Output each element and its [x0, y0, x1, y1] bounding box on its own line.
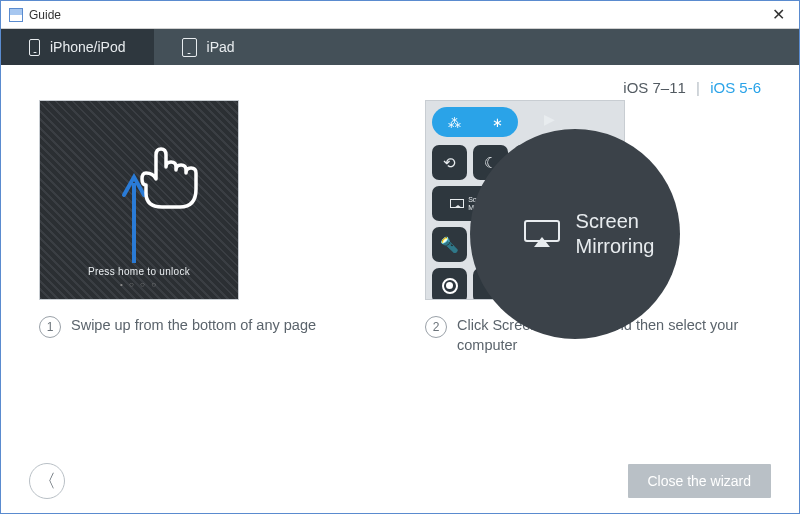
airplay-icon	[450, 199, 464, 208]
device-tabs: iPhone/iPod iPad	[1, 29, 799, 65]
rotation-lock-icon: ⟲	[432, 145, 467, 180]
screen-record-icon	[432, 268, 467, 299]
ios-version-alt[interactable]: iOS 5-6	[710, 79, 761, 96]
step-2: ⁂ ∗ ▶ ⟲ ☾ ScreenMirroring ☀	[425, 100, 761, 355]
app-icon	[9, 8, 23, 22]
footer: 〈 Close the wizard	[1, 463, 799, 499]
flashlight-icon: 🔦	[432, 227, 467, 262]
tab-label: iPhone/iPod	[50, 39, 126, 55]
window-title: Guide	[29, 8, 61, 22]
tab-iphone-ipod[interactable]: iPhone/iPod	[1, 29, 154, 65]
play-icon: ▶	[544, 111, 555, 127]
tab-label: iPad	[207, 39, 235, 55]
bluetooth-icon: ∗	[492, 115, 503, 130]
tablet-icon	[182, 38, 197, 57]
phone-icon	[29, 39, 40, 56]
steps-row: Press home to unlock • ○ ○ ○ 1 Swipe up …	[39, 100, 761, 355]
airplay-icon	[522, 219, 562, 249]
chevron-left-icon: 〈	[38, 469, 56, 493]
step-2-image: ⁂ ∗ ▶ ⟲ ☾ ScreenMirroring ☀	[425, 100, 625, 300]
hand-pointer-icon	[128, 145, 208, 215]
divider: |	[696, 79, 700, 96]
titlebar: Guide ✕	[1, 1, 799, 29]
step-number-badge: 2	[425, 316, 447, 338]
wifi-icon: ⁂	[448, 115, 461, 130]
step-number-badge: 1	[39, 316, 61, 338]
step-1: Press home to unlock • ○ ○ ○ 1 Swipe up …	[39, 100, 375, 355]
connectivity-pill: ⁂ ∗	[432, 107, 518, 137]
back-button[interactable]: 〈	[29, 463, 65, 499]
step-1-caption: 1 Swipe up from the bottom of any page	[39, 316, 375, 338]
ios-version-selector: iOS 7–11 | iOS 5-6	[39, 79, 761, 96]
screen-mirroring-callout: ScreenMirroring	[470, 129, 680, 339]
window-close-button[interactable]: ✕	[766, 5, 791, 24]
body: iOS 7–11 | iOS 5-6	[1, 65, 799, 513]
lockscreen-text: Press home to unlock	[40, 266, 238, 277]
page-dots: • ○ ○ ○	[40, 280, 238, 289]
tab-ipad[interactable]: iPad	[154, 29, 263, 65]
step-caption-text: Swipe up from the bottom of any page	[71, 316, 316, 336]
ios-version-current[interactable]: iOS 7–11	[623, 79, 686, 96]
callout-text: ScreenMirroring	[576, 209, 655, 259]
close-wizard-button[interactable]: Close the wizard	[628, 464, 772, 498]
step-1-image: Press home to unlock • ○ ○ ○	[39, 100, 239, 300]
guide-window: Guide ✕ iPhone/iPod iPad iOS 7–11 | iOS …	[0, 0, 800, 514]
